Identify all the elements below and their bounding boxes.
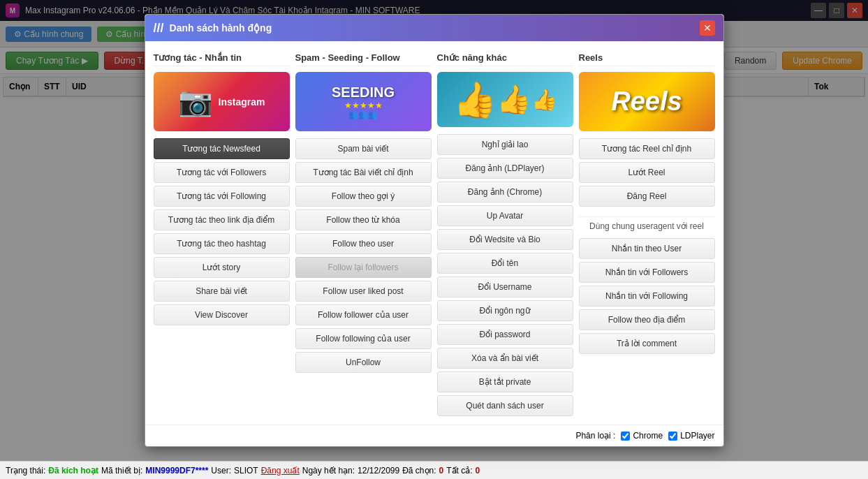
btn-doi-ngon-ngu[interactable]: Đổi ngôn ngữ	[437, 300, 573, 321]
btn-tuong-tac-followers[interactable]: Tương tác với Followers	[154, 162, 290, 183]
btn-spam-bai-viet[interactable]: Spam bài viết	[295, 138, 432, 159]
btn-nhan-tin-voi-following[interactable]: Nhắn tin với Following	[579, 286, 715, 307]
btn-luot-story[interactable]: Lướt story	[154, 257, 290, 278]
btn-tuong-tac-link[interactable]: Tương tác theo link địa điểm	[154, 209, 290, 230]
btn-follow-user-liked-post[interactable]: Follow user liked post	[295, 281, 432, 302]
modal-footer: Phân loại : Chrome LDPlayer	[145, 425, 723, 446]
ldplayer-label: LDPlayer	[680, 431, 714, 441]
btn-up-avatar[interactable]: Up Avatar	[437, 205, 573, 226]
btn-share-bai-viet[interactable]: Share bài viết	[154, 281, 290, 302]
btn-doi-ten[interactable]: Đổi tên	[437, 253, 573, 274]
chrome-checkbox-label[interactable]: Chrome	[621, 431, 663, 441]
btn-doi-password[interactable]: Đổi password	[437, 324, 573, 345]
phan-loai-label: Phân loại :	[575, 431, 615, 441]
modal-title: Danh sách hành động	[170, 22, 272, 34]
btn-tra-loi-comment[interactable]: Trả lời comment	[579, 333, 715, 354]
btn-follow-lai-followers: Follow lại followers	[295, 257, 432, 278]
btn-follow-theo-dia-diem[interactable]: Follow theo địa điểm	[579, 309, 715, 330]
tat-ca-value: 0	[476, 466, 480, 476]
col-tuong-tac: Tương tác - Nhắn tin 📷 Instagram Tương t…	[154, 50, 290, 416]
status-bar: Trạng thái: Đã kích hoạt Mã thiết bị: MI…	[0, 461, 868, 479]
btn-follow-following-cua-user[interactable]: Follow following của user	[295, 328, 432, 349]
reels-banner: Reels	[579, 72, 715, 131]
btn-xoa-an-bai-viet[interactable]: Xóa và ẩn bài viết	[437, 348, 573, 369]
ma-thiet-bi-label: Mã thiết bị:	[101, 466, 142, 476]
col1-header: Tương tác - Nhắn tin	[154, 50, 290, 66]
btn-dang-anh-ldplayer[interactable]: Đăng ảnh (LDPlayer)	[437, 158, 573, 179]
col-chuc-nang-khac: Chức năng khác 👍 👍 👍 Nghỉ giải lao Đăng …	[437, 50, 573, 416]
expiry-value: 12/12/2099	[358, 466, 399, 476]
reel-subheader: Dùng chung useragent với reel	[579, 216, 715, 235]
tat-ca-label: Tất cả:	[446, 466, 472, 476]
ldplayer-checkbox-label[interactable]: LDPlayer	[668, 431, 714, 441]
da-chon-label: Đã chọn:	[402, 466, 436, 476]
trang-thai-label: Trạng thái:	[6, 466, 45, 476]
btn-doi-wedsite-bio[interactable]: Đổi Wedsite và Bio	[437, 229, 573, 250]
btn-follow-follower-cua-user[interactable]: Follow follower của user	[295, 304, 432, 325]
btn-view-discover[interactable]: View Discover	[154, 304, 290, 325]
dang-xuat-link[interactable]: Đăng xuất	[261, 466, 300, 476]
modal-body: Tương tác - Nhắn tin 📷 Instagram Tương t…	[145, 41, 723, 425]
seeding-banner: SEEDING ★★★★★ 👥👥👥	[295, 72, 432, 131]
btn-quet-danh-sach-user[interactable]: Quét danh sách user	[437, 395, 573, 416]
modal-header: /// Danh sách hành động ✕	[145, 15, 723, 41]
chucnang-banner: 👍 👍 👍	[437, 72, 573, 127]
btn-doi-username[interactable]: Đổi Username	[437, 277, 573, 297]
device-id: MIN9999DF7****	[145, 466, 208, 476]
col3-header: Chức năng khác	[437, 50, 573, 66]
btn-unfollow[interactable]: UnFollow	[295, 352, 432, 373]
btn-follow-theo-goi-y[interactable]: Follow theo gợi ý	[295, 186, 432, 207]
btn-tuong-tac-reel-chi-dinh[interactable]: Tương tác Reel chỉ định	[579, 138, 715, 159]
modal-overlay: /// Danh sách hành động ✕ Tương tác - Nh…	[0, 0, 868, 461]
modal-logo: ///	[154, 21, 164, 36]
btn-follow-theo-user[interactable]: Follow theo user	[295, 233, 432, 254]
btn-tuong-tac-hashtag[interactable]: Tương tác theo hashtag	[154, 233, 290, 254]
user-label: User:	[211, 466, 231, 476]
btn-nghi-giai-lao[interactable]: Nghỉ giải lao	[437, 134, 573, 155]
col4-header: Reels	[579, 50, 715, 66]
btn-tuong-tac-bai-viet-chi-dinh[interactable]: Tương tác Bài viết chỉ định	[295, 162, 432, 183]
btn-dang-anh-chrome[interactable]: Đăng ảnh (Chrome)	[437, 182, 573, 202]
btn-luot-reel[interactable]: Lướt Reel	[579, 162, 715, 183]
da-chon-value: 0	[439, 466, 444, 476]
expiry-label: Ngày hết hạn:	[302, 466, 355, 476]
btn-follow-theo-tu-khoa[interactable]: Follow theo từ khóa	[295, 209, 432, 230]
btn-tuong-tac-following[interactable]: Tương tác với Following	[154, 186, 290, 207]
chrome-checkbox[interactable]	[621, 432, 630, 441]
modal-close-button[interactable]: ✕	[700, 20, 715, 36]
col2-header: Spam - Seeding - Follow	[295, 50, 432, 66]
ldplayer-checkbox[interactable]	[668, 432, 677, 441]
btn-bat-tat-private[interactable]: Bật tắt private	[437, 371, 573, 392]
btn-tuong-tac-newsfeed[interactable]: Tương tác Newsfeed	[154, 138, 290, 159]
chrome-label: Chrome	[633, 431, 663, 441]
btn-nhan-tin-theo-user[interactable]: Nhắn tin theo User	[579, 238, 715, 259]
col-reels: Reels Reels Tương tác Reel chỉ định Lướt…	[579, 50, 715, 416]
active-status: Đã kích hoạt	[48, 466, 98, 476]
btn-nhan-tin-voi-followers[interactable]: Nhắn tin với Followers	[579, 262, 715, 283]
user-value: SLIOT	[234, 466, 258, 476]
btn-dang-reel[interactable]: Đăng Reel	[579, 186, 715, 207]
modal-header-left: /// Danh sách hành động	[154, 21, 272, 36]
instagram-banner: 📷 Instagram	[154, 72, 290, 131]
action-list-modal: /// Danh sách hành động ✕ Tương tác - Nh…	[145, 14, 724, 447]
col-spam-seeding: Spam - Seeding - Follow SEEDING ★★★★★ 👥👥…	[295, 50, 432, 416]
